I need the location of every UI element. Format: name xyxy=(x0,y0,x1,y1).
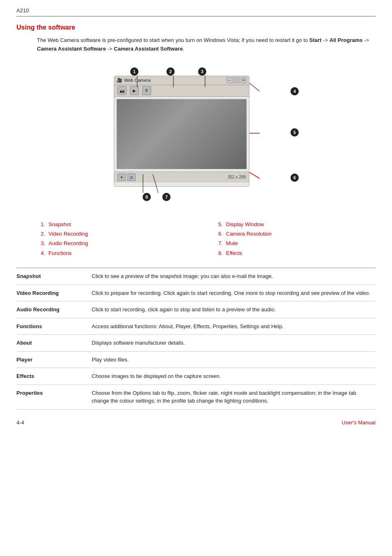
minimize-btn[interactable]: ─ xyxy=(227,77,233,83)
list-num-7: 7. xyxy=(214,239,223,248)
snapshot-icon[interactable]: 📷 xyxy=(118,86,127,95)
top-rule xyxy=(16,16,376,16)
feature-description: Choose images to be displayed on the cap… xyxy=(88,368,376,385)
list-num-5: 5. xyxy=(214,220,223,229)
list-num-2: 2. xyxy=(37,229,45,239)
feature-description: Access additional functions: About, Play… xyxy=(88,318,376,335)
diagram-num-3: 3 xyxy=(198,67,206,76)
table-row: PlayerPlay video files. xyxy=(16,351,376,368)
diagram-num-5: 5 xyxy=(291,128,299,137)
feature-description: Click to prepare for recording. Click ag… xyxy=(88,285,376,301)
cam-bottom-icons: ★ 🔊 xyxy=(118,174,136,181)
feature-name: About xyxy=(16,335,88,352)
feature-description: Click to start recording, click again to… xyxy=(88,301,376,318)
diagram-num-6: 6 xyxy=(291,174,299,182)
list-num-6: 6. xyxy=(214,229,223,239)
audio-rec-icon[interactable]: 🎙 xyxy=(142,86,151,95)
footer-page-number: 4-4 xyxy=(16,419,24,426)
list-num-8: 8. xyxy=(214,248,223,258)
list-num-4: 4. xyxy=(37,248,45,258)
camera-title-text: Web Camera xyxy=(124,78,151,83)
items-col1: 1. Snapshot 2. Video Recording 3. Audio … xyxy=(37,220,198,258)
list-item-1: 1. Snapshot xyxy=(37,220,198,229)
table-row: Audio RecordingClick to start recording,… xyxy=(16,301,376,318)
intro-paragraph: The Web Camera software is pre-configure… xyxy=(37,36,376,53)
list-label-1: Snapshot xyxy=(48,220,71,229)
camera-titlebar: 🎥 Web Camera ─ □ ✕ xyxy=(114,76,249,85)
feature-table: SnapshotClick to see a preview of the sn… xyxy=(16,268,376,410)
list-label-7: Mute xyxy=(226,239,238,248)
list-num-3: 3. xyxy=(37,239,45,248)
intro-arrow-1: -> xyxy=(321,37,329,43)
items-col2: 5. Display Window 6. Camera Resolution 7… xyxy=(214,220,376,258)
intro-bold-4: Camera Assistant Software xyxy=(114,46,183,52)
list-item-2: 2. Video Recording xyxy=(37,229,198,239)
camera-toolbar: 📷 ▶ 🎙 xyxy=(114,85,249,97)
diagram-num-7: 7 xyxy=(162,193,171,201)
table-row: AboutDisplays software manufacturer deta… xyxy=(16,335,376,352)
diagram-num-8: 8 xyxy=(143,193,151,201)
feature-name: Snapshot xyxy=(16,268,88,285)
feature-description: Displays software manufacturer details. xyxy=(88,335,376,352)
feature-name: Player xyxy=(16,351,88,368)
camera-icon: 🎥 xyxy=(117,78,122,83)
table-row: FunctionsAccess additional functions: Ab… xyxy=(16,318,376,335)
list-item-8: 8. Effects xyxy=(214,248,376,258)
table-row: SnapshotClick to see a preview of the sn… xyxy=(16,268,376,285)
table-row: PropertiesChoose from the Options tab to… xyxy=(16,385,376,409)
list-label-2: Video Recording xyxy=(48,229,88,239)
feature-name: Properties xyxy=(16,385,88,409)
camera-bottom-bar: ★ 🔊 352 x 288 xyxy=(114,171,249,183)
list-item-7: 7. Mute xyxy=(214,239,376,248)
list-label-4: Functions xyxy=(48,248,71,258)
diagram-num-2: 2 xyxy=(166,67,175,76)
intro-arrow-2: -> xyxy=(363,37,369,43)
resolution-text: 352 x 288 xyxy=(228,175,246,179)
svg-line-2 xyxy=(249,172,260,178)
diagram-container: 1 2 3 🎥 Web Camera ─ □ ✕ 📷 ▶ xyxy=(16,63,376,211)
feature-name: Audio Recording xyxy=(16,301,88,318)
list-num-1: 1. xyxy=(37,220,45,229)
restore-btn[interactable]: □ xyxy=(234,77,240,83)
feature-name: Effects xyxy=(16,368,88,385)
feature-description: Play video files. xyxy=(88,351,376,368)
video-rec-icon[interactable]: ▶ xyxy=(130,86,139,95)
svg-line-0 xyxy=(249,83,260,91)
intro-bold-start: Start xyxy=(309,37,322,43)
list-item-5: 5. Display Window xyxy=(214,220,376,229)
list-item-6: 6. Camera Resolution xyxy=(214,229,376,239)
page-model: A210 xyxy=(16,7,376,14)
footer-right-text: User's Manual xyxy=(341,419,376,426)
list-item-4: 4. Functions xyxy=(37,248,198,258)
section-title: Using the software xyxy=(16,24,376,31)
items-list: 1. Snapshot 2. Video Recording 3. Audio … xyxy=(37,220,376,258)
intro-bold-2: All Programs xyxy=(330,37,363,43)
feature-description: Choose from the Options tab to flip, zoo… xyxy=(88,385,376,409)
page-footer: 4-4 User's Manual xyxy=(16,418,376,426)
mute-btn[interactable]: 🔊 xyxy=(127,174,136,181)
table-row: EffectsChoose images to be displayed on … xyxy=(16,368,376,385)
intro-text-1: The Web Camera software is pre-configure… xyxy=(37,37,309,43)
feature-name: Video Recording xyxy=(16,285,88,301)
diagram-wrapper: 1 2 3 🎥 Web Camera ─ □ ✕ 📷 ▶ xyxy=(89,63,303,211)
feature-name: Functions xyxy=(16,318,88,335)
list-label-8: Effects xyxy=(226,248,242,258)
table-row: Video RecordingClick to prepare for reco… xyxy=(16,285,376,301)
list-label-5: Display Window xyxy=(226,220,264,229)
diagram-num-1: 1 xyxy=(130,67,138,76)
intro-arrow-3: -> xyxy=(106,46,114,52)
diagram-num-4: 4 xyxy=(291,87,299,95)
intro-bold-3: Camera Assistant Software xyxy=(37,46,106,52)
camera-title-left: 🎥 Web Camera xyxy=(117,78,151,83)
camera-preview xyxy=(117,99,247,169)
list-label-6: Camera Resolution xyxy=(226,229,272,239)
feature-description: Click to see a preview of the snapshot i… xyxy=(88,268,376,285)
camera-controls: ─ □ ✕ xyxy=(227,77,247,83)
close-btn[interactable]: ✕ xyxy=(241,77,247,83)
intro-end: . xyxy=(183,46,184,52)
list-label-3: Audio Recording xyxy=(48,239,88,248)
effects-btn[interactable]: ★ xyxy=(118,174,126,181)
camera-ui: 🎥 Web Camera ─ □ ✕ 📷 ▶ 🎙 ★ xyxy=(114,76,249,187)
list-item-3: 3. Audio Recording xyxy=(37,239,198,248)
